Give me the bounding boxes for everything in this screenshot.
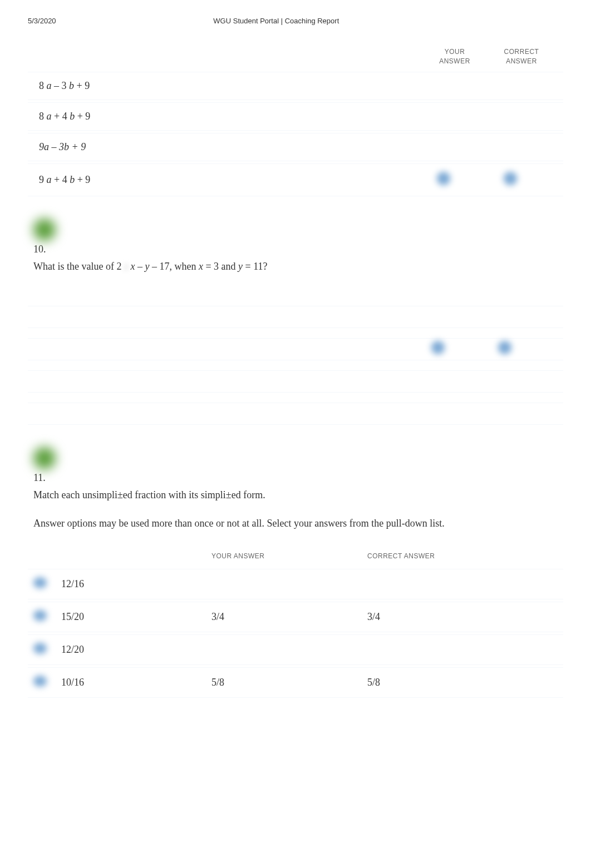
your-answer-marker (431, 341, 445, 354)
question-prompt: Match each unsimpli±ed fraction with its… (33, 489, 563, 501)
answer-column-headers: YOUR ANSWER CORRECT ANSWER (28, 47, 563, 66)
row-status-icon (33, 577, 47, 588)
question-10: 10. What is the value of 2 2 x – y – 17,… (28, 219, 563, 425)
correct-answer-header: CORRECT ANSWER (496, 47, 546, 66)
question-number: 10. (33, 244, 563, 255)
correct-answer-cell: 5/8 (367, 677, 558, 688)
option-text: 8 a + 4 b + 9 (39, 111, 418, 122)
correct-answer-marker (498, 341, 511, 354)
answer-option[interactable] (28, 306, 563, 328)
q10-options (28, 306, 563, 425)
question-number: 11. (33, 472, 563, 484)
question-note: Answer options may be used more than onc… (33, 518, 563, 529)
unsimplified-fraction: 10/16 (61, 677, 211, 688)
row-status-icon (33, 610, 47, 621)
answer-option[interactable]: 8 a + 4 b + 9 (28, 102, 563, 131)
q11-column-headers: YOUR ANSWER CORRECT ANSWER (28, 552, 563, 561)
row-status-icon (33, 676, 47, 687)
unsimplified-fraction: 12/16 (61, 578, 211, 590)
page-header: 5/3/2020 WGU Student Portal | Coaching R… (28, 17, 563, 25)
q9-options: 8 a – 3 b + 9 8 a + 4 b + 9 9a – 3b + 9 … (28, 72, 563, 196)
correct-answer-header: CORRECT ANSWER (367, 552, 563, 561)
your-answer-cell[interactable]: 5/8 (211, 677, 367, 688)
question-text: What is the value of 2 2 x – y – 17, whe… (33, 261, 563, 272)
your-answer-header: YOUR ANSWER (211, 552, 367, 561)
row-status-icon (33, 643, 47, 654)
your-answer-cell[interactable]: 3/4 (211, 611, 367, 623)
your-answer-header: YOUR ANSWER (430, 47, 480, 66)
answer-option[interactable]: 8 a – 3 b + 9 (28, 72, 563, 100)
answer-option[interactable] (28, 338, 563, 360)
answer-option[interactable] (28, 370, 563, 393)
correct-answer-cell: 3/4 (367, 611, 558, 623)
question-11: 11. Match each unsimpli±ed fraction with… (28, 447, 563, 698)
status-correct-icon (33, 447, 56, 469)
answer-option[interactable]: 9 a + 4 b + 9 (28, 163, 563, 196)
match-row: 10/16 5/8 5/8 (28, 667, 563, 698)
unsimplified-fraction: 12/20 (61, 644, 211, 656)
match-row: 12/16 (28, 569, 563, 599)
your-answer-marker (437, 172, 450, 185)
option-text: 9a – 3b + 9 (39, 141, 418, 153)
unsimplified-fraction: 15/20 (61, 611, 211, 623)
answer-option[interactable] (28, 403, 563, 425)
header-title: WGU Student Portal | Coaching Report (23, 17, 530, 25)
match-row: 15/20 3/4 3/4 (28, 602, 563, 632)
correct-answer-marker (504, 172, 517, 185)
match-row: 12/20 (28, 634, 563, 665)
option-text: 9 a + 4 b + 9 (39, 174, 418, 186)
status-correct-icon (33, 219, 56, 241)
answer-option[interactable]: 9a – 3b + 9 (28, 133, 563, 161)
q11-rows: 12/16 15/20 3/4 3/4 12/20 10/16 5/8 5/8 (28, 569, 563, 698)
option-text: 8 a – 3 b + 9 (39, 80, 418, 92)
